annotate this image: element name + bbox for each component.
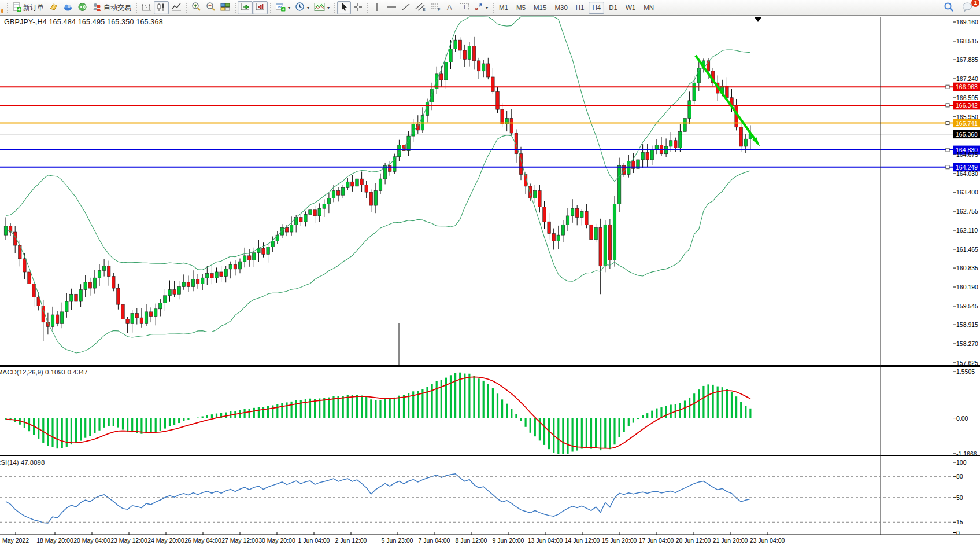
toolbar-grip [135,2,138,13]
candle-body [121,304,125,319]
autotrade-button[interactable]: 自动交易 [90,1,134,14]
candle-body [445,62,448,80]
community-button[interactable] [61,1,75,14]
candle-body [491,77,495,92]
time-tick-label: 7 Jun 04:00 [419,537,450,544]
candlestick-chart-button[interactable] [154,1,169,14]
rsi-axis-label: 100 [956,459,967,466]
macd-axis-label: -1.1666 [956,450,977,457]
candle-body [107,266,110,277]
candlestick-icon [156,2,167,13]
candle-body [693,83,696,101]
candle-body [594,227,598,239]
text-label-button[interactable]: T [457,1,472,14]
crosshair-button[interactable] [351,1,365,14]
candle-body [271,241,275,247]
candle-body [528,186,532,198]
chart-canvas[interactable]: 166.963166.342165.741165.368164.830164.2… [0,16,980,547]
timeframe-button-h4[interactable]: H4 [589,2,604,14]
line-chart-button[interactable] [169,1,184,14]
vertical-line-icon [373,2,380,13]
candle-body [98,270,101,278]
dropdown-caret: ▾ [327,5,330,10]
text-button[interactable]: A [443,1,457,14]
fibonacci-button[interactable]: F [428,1,443,14]
deposit-button[interactable] [46,1,61,14]
time-tick-label: 24 May 20:00 [147,537,184,544]
timeframe-button-m15[interactable]: M15 [530,2,550,14]
candle-body [608,225,612,260]
candle-body [234,264,237,269]
new-chart-button[interactable]: ▾ [273,1,293,14]
price-tick-label: 166.595 [956,94,978,101]
auto-scroll-button[interactable] [238,1,253,14]
horizontal-line-icon [386,2,397,13]
candle-body [313,210,317,216]
candle-body [173,290,176,295]
timeframe-button-d1[interactable]: D1 [605,2,621,14]
price-tick-label: 167.240 [956,75,978,82]
equidistant-channel-button[interactable]: E [413,1,428,14]
time-tick-label: 14 Jun 12:00 [565,537,600,544]
price-tick-label: 160.190 [956,284,978,290]
tile-windows-button[interactable] [218,1,232,14]
time-tick-label: 2 Jun 12:00 [335,537,367,544]
time-tick-label: 17 Jun 04:00 [639,537,674,544]
arrows-icon [474,2,483,13]
candle-body [56,315,59,323]
bar-chart-button[interactable] [139,1,154,14]
search-button[interactable] [941,1,956,14]
candle-body [238,262,242,269]
candle-body [646,152,649,160]
candle-body [388,165,391,171]
cursor-button[interactable] [337,1,351,14]
toolbar-grip [333,2,336,13]
candle-body [650,149,654,160]
new-order-button[interactable]: 新订单 [10,1,46,14]
timeframe-button-m5[interactable]: M5 [513,2,529,14]
dropdown-caret: ▾ [307,5,309,10]
timeframe-button-m1[interactable]: M1 [495,2,512,14]
notifications-button[interactable]: 1 [960,1,975,14]
vertical-line-button[interactable] [370,1,384,14]
horizontal-line-button[interactable] [384,1,399,14]
candle-body [304,214,308,222]
candle-body [336,191,340,196]
trendline-button[interactable] [399,1,413,14]
rsi-axis-label: 50 [956,494,963,501]
chart-window[interactable]: 166.963166.342165.741165.368164.830164.2… [0,16,980,547]
zoom-in-button[interactable] [189,1,204,14]
indicators-menu-button[interactable]: ▾ [312,1,332,14]
toolbar-right-group: 1 [941,1,979,14]
candle-body [660,145,663,153]
rsi-axis-label: 15 [956,518,963,525]
candle-body [440,74,443,80]
cloud-icon [63,2,73,13]
time-tick-label: 27 May 12:00 [221,537,258,544]
zoom-out-button[interactable] [204,1,218,14]
dropdown-caret: ▾ [288,5,290,10]
timeframe-button-h1[interactable]: H1 [572,2,588,14]
candle-body [566,216,569,225]
candle-body [557,235,560,241]
timeframes-menu-button[interactable]: ▾ [293,1,312,14]
candle-body [463,50,467,59]
candle-body [561,225,565,235]
time-tick-label: 13 Jun 04:00 [528,537,563,544]
price-tick-label: 163.400 [956,189,978,196]
candle-body [472,46,476,61]
arrows-button[interactable]: ▾ [472,1,490,14]
time-tick-label: 5 Jun 23:00 [382,537,413,544]
chart-shift-button[interactable] [253,1,268,14]
line-chart-icon [171,2,182,13]
candle-body [309,210,312,215]
channel-icon: E [415,2,426,13]
chart-shift-icon [255,2,265,13]
clipped-toolbar-icon [1,1,5,14]
time-tick-label: 23 May 12:00 [110,537,147,544]
timeframe-button-mn[interactable]: MN [640,2,657,14]
candle-body [575,208,579,217]
timeframe-button-w1[interactable]: W1 [622,2,639,14]
timeframe-button-m30[interactable]: M30 [551,2,571,14]
broadcast-button[interactable] [75,1,90,14]
